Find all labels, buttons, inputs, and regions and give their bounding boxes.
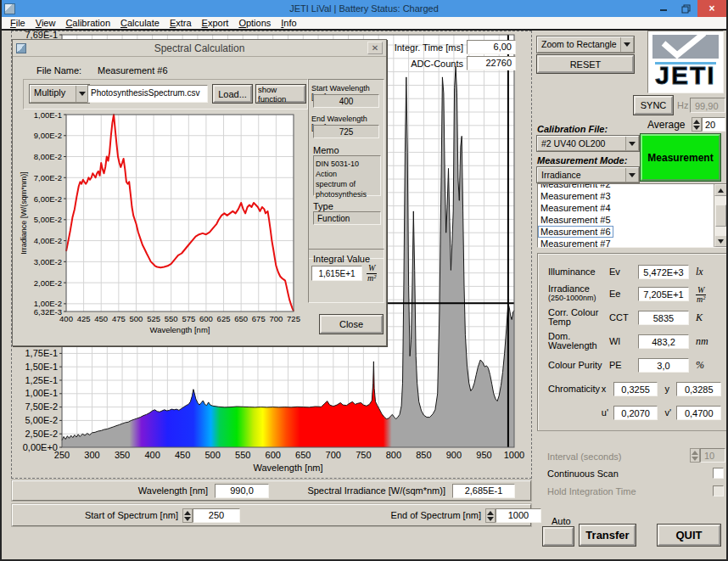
svg-text:7,00E-2: 7,00E-2 [34, 173, 62, 182]
irradiance-symbol: Ee [609, 289, 638, 299]
start-of-spectrum-field[interactable]: 250 [193, 508, 240, 523]
start-wavelength-field[interactable]: 400 [313, 94, 379, 108]
interval-spinner [690, 448, 700, 463]
memo-label: Memo [313, 145, 339, 155]
cursor-wavelength-label: Wavelength [nm] [123, 485, 208, 496]
menu-item-view[interactable]: View [31, 17, 61, 29]
chevron-down-icon[interactable] [76, 86, 88, 102]
list-item[interactable]: Measurement #3 [540, 190, 714, 202]
average-spinner[interactable] [692, 117, 702, 132]
end-of-spectrum-spinner[interactable] [485, 508, 496, 523]
list-item[interactable]: Measurement #4 [540, 202, 714, 214]
cursor-wavelength-field[interactable]: 990,0 [215, 484, 269, 498]
start-of-spectrum-spinner[interactable] [182, 508, 193, 523]
svg-text:475: 475 [112, 314, 126, 323]
svg-text:1,50E-1: 1,50E-1 [25, 362, 58, 372]
svg-text:700: 700 [269, 314, 283, 323]
menu-item-extra[interactable]: Extra [165, 17, 197, 29]
list-item[interactable]: Measurement #5 [540, 214, 714, 226]
transfer-button[interactable]: Transfer [580, 525, 636, 546]
menu-item-info[interactable]: Info [276, 17, 301, 29]
dominant-wavelength-field[interactable]: 483,2 [638, 334, 689, 349]
dialog-close-button[interactable]: ✕ [367, 42, 383, 54]
minimize-button[interactable] [652, 0, 675, 17]
svg-text:950: 950 [476, 450, 491, 460]
operation-dropdown[interactable]: Multiply [30, 85, 89, 103]
integral-value-label: Integral Value [313, 254, 370, 264]
chromaticity-v-field[interactable]: 0,4700 [676, 406, 721, 420]
close-dialog-label: Close [339, 319, 363, 329]
chevron-down-icon[interactable] [625, 137, 638, 150]
function-file-input[interactable]: PhotosynthesisSpectrum.csv [87, 85, 208, 103]
scrollbar[interactable] [714, 184, 726, 247]
irradiance-field[interactable]: 7,205E+1 [638, 287, 689, 301]
svg-text:625: 625 [217, 314, 231, 323]
quit-button[interactable]: QUIT [658, 525, 720, 546]
scroll-down-icon[interactable] [714, 235, 727, 247]
hold-integration-checkbox[interactable] [713, 485, 724, 496]
svg-text:500: 500 [204, 450, 220, 460]
cursor-irradiance-field[interactable]: 2,685E-1 [452, 484, 515, 498]
title-bar: JETI LiVal | Battery Status: Charged × [2, 0, 726, 17]
cct-field[interactable]: 5835 [638, 311, 689, 325]
measurement-button[interactable]: Measurement [641, 134, 720, 181]
zoom-mode-value: Zoom to Rectangle [538, 37, 620, 52]
list-item[interactable]: Measurement #2 [540, 183, 714, 190]
svg-text:900: 900 [446, 450, 462, 460]
chevron-down-icon[interactable] [625, 168, 638, 182]
sync-button[interactable]: SYNC [634, 96, 673, 115]
colour-purity-field[interactable]: 3,0 [638, 358, 689, 373]
measurement-listbox[interactable]: Measurement #2Measurement #3Measurement … [537, 183, 727, 248]
svg-text:675: 675 [252, 314, 266, 323]
list-item[interactable]: Measurement #6 [540, 226, 714, 238]
scroll-up-icon[interactable] [714, 184, 727, 196]
results-group: Illuminance Ev 5,472E+3 lx Irradiance (2… [537, 253, 727, 431]
end-wavelength-field[interactable]: 725 [313, 125, 379, 138]
close-dialog-button[interactable]: Close [320, 315, 383, 334]
close-button[interactable]: × [697, 0, 726, 17]
chromaticity-y-field[interactable]: 0,3285 [676, 382, 721, 396]
dialog-title-bar[interactable]: Spectral Calculation ✕ [13, 40, 386, 57]
load-button[interactable]: Load... [213, 85, 252, 103]
average-label: Average [647, 119, 685, 131]
svg-text:6,32E-3: 6,32E-3 [34, 307, 62, 317]
show-function-button[interactable]: show function [256, 85, 305, 103]
menu-item-options[interactable]: Options [233, 17, 276, 29]
svg-text:7,50E-2: 7,50E-2 [25, 401, 58, 412]
auto-button[interactable] [543, 527, 574, 546]
calculation-plot[interactable]: 4004254504755005255505756006256506757007… [16, 111, 310, 342]
svg-text:725: 725 [287, 314, 300, 323]
continuous-scan-checkbox[interactable] [713, 468, 724, 479]
irradiance-unit-denominator: m² [696, 295, 706, 305]
scrollbar-thumb[interactable] [715, 205, 726, 227]
menu-item-calculate[interactable]: Calculate [115, 17, 165, 29]
auto-label: Auto [552, 516, 571, 526]
menu-item-calibration[interactable]: Calibration [60, 17, 115, 29]
integral-value-field[interactable]: 1,615E+1 [311, 266, 362, 281]
chromaticity-x-field[interactable]: 0,3255 [613, 382, 658, 396]
svg-text:425: 425 [77, 314, 91, 323]
cursor-irradiance-label: Spectral Irradiance [W/(sqm*nm)] [283, 485, 445, 496]
illuminance-field[interactable]: 5,472E+3 [638, 265, 689, 279]
list-item[interactable]: Measurement #7 [540, 238, 714, 248]
end-of-spectrum-field[interactable]: 1000 [496, 508, 541, 523]
reset-button[interactable]: RESET [537, 55, 634, 73]
adc-counts-field[interactable]: 22760 [467, 56, 516, 70]
end-of-spectrum-label: End of Spectrum [nm] [379, 510, 481, 520]
restore-button[interactable] [675, 0, 697, 17]
hold-integration-label: Hold Integration Time [547, 486, 636, 496]
measurement-mode-dropdown[interactable]: Irradiance [537, 167, 639, 182]
menu-item-file[interactable]: File [5, 17, 31, 29]
svg-text:0,00E+0: 0,00E+0 [23, 442, 58, 452]
menu-item-export[interactable]: Export [197, 17, 234, 29]
illuminance-label: Illuminance [548, 267, 609, 277]
transfer-button-label: Transfer [585, 529, 629, 541]
calibration-file-dropdown[interactable]: #2 UV40 OL200 [537, 136, 639, 151]
integration-time-field[interactable]: 6,00 [467, 40, 516, 54]
chevron-down-icon[interactable] [620, 37, 633, 52]
svg-text:450: 450 [175, 450, 190, 460]
chromaticity-u-field[interactable]: 0,2070 [613, 406, 658, 420]
zoom-mode-dropdown[interactable]: Zoom to Rectangle [537, 36, 634, 53]
svg-text:600: 600 [199, 314, 213, 323]
average-field[interactable]: 20 [702, 117, 725, 132]
